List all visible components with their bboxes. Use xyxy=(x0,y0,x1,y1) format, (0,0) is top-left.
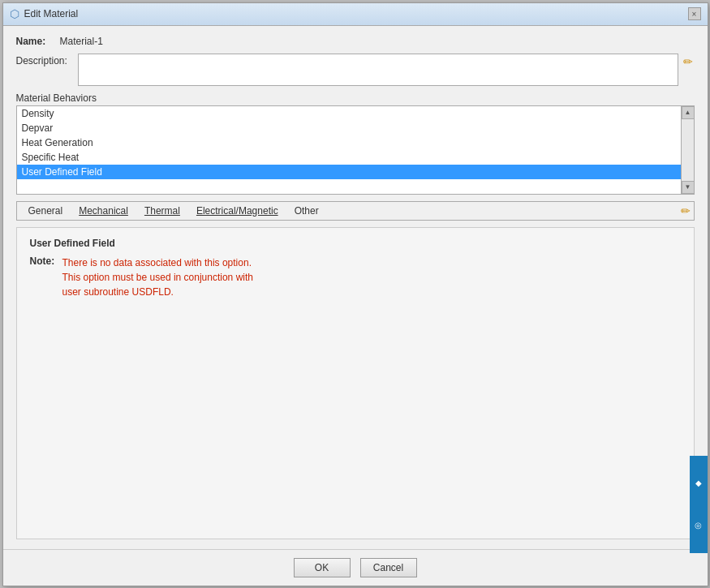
description-label: Description: xyxy=(16,54,75,67)
dialog-icon: ⬡ xyxy=(10,7,19,20)
note-row: Note: There is no data associated with t… xyxy=(30,255,681,299)
name-label: Name: xyxy=(16,36,57,47)
note-label: Note: xyxy=(30,255,59,299)
dialog-title: Edit Material xyxy=(24,8,79,19)
tab-other[interactable]: Other xyxy=(286,202,327,220)
list-item[interactable]: Specific Heat xyxy=(17,150,681,165)
description-row: Description: ✏ xyxy=(16,54,695,86)
side-panel: ◆ ◎ xyxy=(690,456,708,553)
cancel-button[interactable]: Cancel xyxy=(360,558,417,577)
description-input[interactable] xyxy=(78,54,678,86)
tabs-list: General Mechanical Thermal Electrical/Ma… xyxy=(20,202,327,220)
scrollbar-down-button[interactable]: ▼ xyxy=(682,181,695,194)
behaviors-list[interactable]: Density Depvar Heat Generation Specific … xyxy=(17,106,681,194)
side-icon-2: ◎ xyxy=(695,521,702,530)
name-row: Name: Material-1 xyxy=(16,36,695,47)
scrollbar-up-button[interactable]: ▲ xyxy=(682,106,695,119)
scrollbar-track xyxy=(682,119,694,181)
note-text: There is no data associated with this op… xyxy=(62,255,253,299)
tab-electrical-magnetic[interactable]: Electrical/Magnetic xyxy=(188,202,286,220)
title-bar-left: ⬡ Edit Material xyxy=(10,7,79,20)
list-scrollbar: ▲ ▼ xyxy=(681,106,694,194)
list-item[interactable]: Density xyxy=(17,106,681,121)
tab-mechanical[interactable]: Mechanical xyxy=(71,202,136,220)
ok-button[interactable]: OK xyxy=(294,558,351,577)
tab-thermal[interactable]: Thermal xyxy=(136,202,188,220)
dialog-body: Name: Material-1 Description: ✏ Material… xyxy=(3,26,708,549)
tab-general[interactable]: General xyxy=(20,202,71,220)
dialog-footer: OK Cancel xyxy=(3,549,708,586)
edit-material-dialog: ⬡ Edit Material × Name: Material-1 Descr… xyxy=(2,2,708,586)
content-title: User Defined Field xyxy=(30,238,681,249)
list-item[interactable]: Depvar xyxy=(17,121,681,135)
list-item-selected[interactable]: User Defined Field xyxy=(17,165,681,179)
description-edit-icon[interactable]: ✏ xyxy=(682,54,695,70)
behaviors-section: Material Behaviors Density Depvar Heat G… xyxy=(16,92,695,195)
side-icon-1: ◆ xyxy=(695,479,702,487)
title-bar: ⬡ Edit Material × xyxy=(3,3,708,26)
behaviors-list-container: Density Depvar Heat Generation Specific … xyxy=(16,105,695,195)
content-area: User Defined Field Note: There is no dat… xyxy=(16,227,695,539)
tabs-container: General Mechanical Thermal Electrical/Ma… xyxy=(16,201,695,221)
list-item[interactable]: Heat Generation xyxy=(17,135,681,150)
tabs-edit-icon[interactable]: ✏ xyxy=(681,204,691,217)
close-button[interactable]: × xyxy=(688,7,701,20)
name-value: Material-1 xyxy=(60,36,103,47)
behaviors-section-label: Material Behaviors xyxy=(16,92,695,104)
